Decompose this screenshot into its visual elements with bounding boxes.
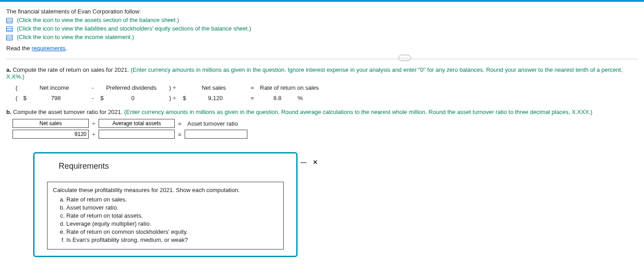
- dollar-sign: $: [183, 95, 186, 101]
- list-item: Rate of return on common stockholders' e…: [66, 228, 278, 235]
- separator: [6, 59, 638, 59]
- value-net-sales: 9,120: [208, 95, 223, 101]
- dropdown-net-sales[interactable]: [13, 119, 89, 128]
- list-item: Leverage (equity multiplier) ratio.: [66, 220, 278, 227]
- read-requirements-line: Read the requirements.: [6, 45, 638, 52]
- list-item: Rate of return on sales.: [66, 196, 278, 203]
- read-the-text: Read the: [6, 45, 31, 52]
- part-a-question: a. Compute the rate of return on sales f…: [6, 66, 638, 80]
- part-a-text: Compute the rate of return on sales for …: [13, 66, 130, 73]
- open-paren: (: [13, 95, 21, 101]
- part-a-prefix: a.: [6, 66, 13, 73]
- op-equals: =: [247, 84, 257, 91]
- op-minus: -: [88, 84, 98, 91]
- input-avg-assets-value[interactable]: [99, 130, 175, 139]
- modal-body: Calculate these profitability measures f…: [47, 182, 284, 249]
- label-asset-turnover: Asset turnover ratio: [185, 119, 252, 128]
- part-b-question: b. Compute the asset turnover ratio for …: [6, 109, 638, 115]
- op-paren-div: ) ÷: [165, 84, 180, 91]
- part-b-text: Compute the asset turnover ratio for 202…: [13, 109, 124, 115]
- modal-intro: Calculate these profitability measures f…: [53, 187, 278, 193]
- intro-text: The financial statements of Evan Corpora…: [6, 8, 638, 15]
- ellipsis-pill[interactable]: · · ·: [398, 55, 411, 61]
- value-net-income-cell: $ 798: [21, 94, 88, 102]
- dollar-sign: $: [23, 95, 26, 101]
- value-pref-div-cell: $ 0: [98, 94, 165, 102]
- dollar-sign: $: [100, 95, 104, 101]
- label-rate-of-return: Rate of return on sales: [257, 83, 333, 92]
- dropdown-avg-total-assets[interactable]: [99, 119, 175, 128]
- op-div: ÷: [89, 131, 99, 138]
- value-preferred-dividends: 0: [131, 95, 134, 101]
- part-a-formula-values: ( $ 798 - $ 0 ) ÷ $ 9,120 = 8.8 %: [13, 94, 638, 102]
- part-b-formula-labels: ÷ = Asset turnover ratio: [13, 119, 638, 128]
- link-assets-text[interactable]: (Click the icon to view the assets secti…: [17, 17, 179, 23]
- label-net-sales: Net sales: [180, 83, 247, 92]
- table-icon[interactable]: [6, 35, 13, 40]
- list-item: Asset turnover ratio.: [66, 204, 278, 211]
- link-liabilities-text[interactable]: (Click the icon to view the liabilities …: [17, 25, 251, 32]
- percent-sign: %: [298, 95, 303, 101]
- value-net-sales-cell: $ 9,120: [180, 94, 247, 102]
- label-preferred-dividends: Preferred dividends: [98, 83, 165, 92]
- minimize-icon[interactable]: —: [301, 159, 307, 166]
- value-net-income: 798: [51, 95, 61, 101]
- requirements-modal: — ✕ Requirements Calculate these profita…: [33, 152, 298, 257]
- list-item: Is Evan's profitability strong, medium, …: [66, 236, 278, 243]
- modal-title: Requirements: [35, 153, 296, 174]
- input-asset-turnover-result[interactable]: [185, 130, 247, 139]
- requirements-link[interactable]: requirements: [31, 45, 65, 52]
- op-equals: =: [247, 95, 257, 101]
- input-net-sales-value[interactable]: [13, 130, 89, 139]
- value-result: 8.8: [257, 94, 298, 102]
- link-income-row[interactable]: (Click the icon to view the income state…: [6, 34, 638, 40]
- link-income-text[interactable]: (Click the icon to view the income state…: [17, 34, 134, 40]
- modal-controls: — ✕: [301, 159, 318, 166]
- link-assets-row[interactable]: (Click the icon to view the assets secti…: [6, 17, 638, 23]
- part-b-formula-values: ÷ =: [13, 130, 638, 139]
- list-item: Rate of return on total assets.: [66, 212, 278, 219]
- op-equals: =: [175, 131, 185, 138]
- part-b-prefix: b.: [6, 109, 13, 115]
- part-b-hint: (Enter currency amounts in millions as g…: [124, 109, 592, 115]
- op-paren-div: ) ÷: [165, 95, 180, 101]
- table-icon[interactable]: [6, 18, 13, 23]
- op-minus: -: [88, 95, 98, 101]
- op-equals: =: [175, 120, 185, 127]
- close-icon[interactable]: ✕: [313, 159, 318, 166]
- open-paren: (: [13, 84, 21, 91]
- part-a-formula-labels: ( Net income - Preferred dividends ) ÷ N…: [13, 83, 638, 92]
- period: .: [65, 45, 67, 52]
- main-content: The financial statements of Evan Corpora…: [0, 2, 644, 266]
- label-net-income: Net income: [21, 83, 88, 92]
- link-liabilities-row[interactable]: (Click the icon to view the liabilities …: [6, 25, 638, 32]
- table-icon[interactable]: [6, 26, 13, 32]
- op-div: ÷: [89, 120, 99, 127]
- requirements-list: Rate of return on sales. Asset turnover …: [53, 196, 278, 243]
